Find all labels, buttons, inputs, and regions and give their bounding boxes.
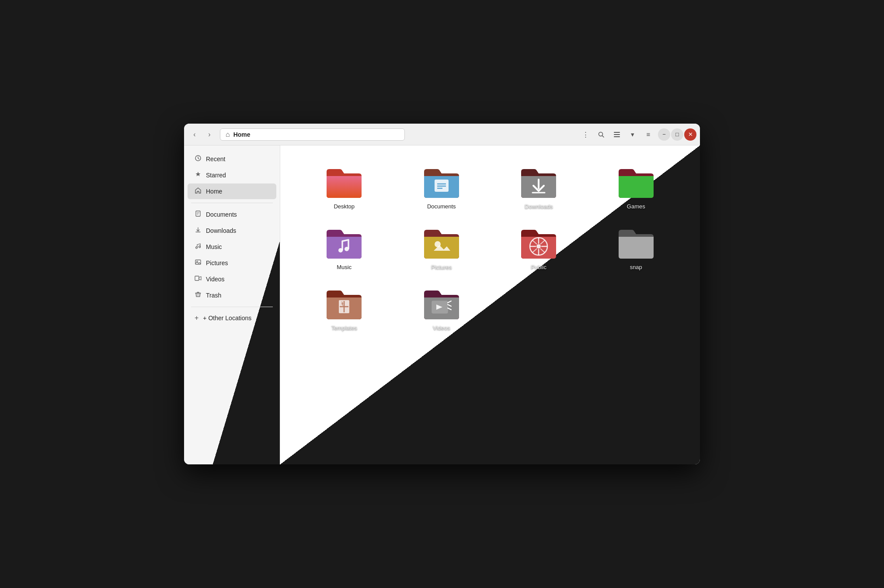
close-button[interactable]: ✕ (684, 128, 696, 141)
nav-buttons: ‹ › (188, 128, 216, 142)
folder-label-snap: snap (630, 264, 642, 270)
svg-rect-2 (614, 132, 620, 133)
folder-icon-downloads (518, 164, 560, 200)
svg-line-1 (602, 135, 604, 137)
folder-label-games: Games (627, 203, 645, 210)
sidebar-item-recent[interactable]: Recent (188, 151, 276, 167)
folders-grid: Desktop Documents (280, 145, 700, 349)
sidebar-label-music: Music (206, 243, 222, 250)
videos-icon (195, 275, 202, 284)
svg-rect-12 (195, 260, 201, 264)
svg-point-10 (196, 247, 198, 249)
folder-icon-videos (421, 285, 463, 321)
sidebar-item-music[interactable]: Music (188, 239, 276, 255)
svg-point-26 (536, 244, 541, 249)
folder-icon-desktop (323, 164, 365, 200)
location-bar[interactable]: ⌂ Home (220, 128, 405, 141)
svg-point-22 (338, 248, 343, 252)
forward-button[interactable]: › (202, 128, 216, 142)
sidebar-item-downloads[interactable]: Downloads (188, 223, 276, 239)
pictures-icon (195, 259, 202, 267)
sidebar-label-other: + Other Locations (203, 315, 251, 322)
folder-icon-documents (421, 164, 463, 200)
downloads-icon (195, 226, 202, 235)
sidebar-label-recent: Recent (206, 156, 225, 163)
folder-item-music[interactable]: Music (298, 219, 391, 276)
sidebar-label-starred: Starred (206, 172, 226, 179)
sidebar: Recent Starred Home Documents (184, 145, 280, 464)
home-path-icon: ⌂ (226, 131, 230, 138)
folder-item-games[interactable]: Games (590, 159, 683, 215)
folder-label-downloads: Downloads (525, 203, 553, 210)
window-controls: − □ ✕ (658, 128, 696, 141)
folder-icon-snap (615, 225, 657, 260)
titlebar-actions: ⋮ ▾ ≡ (578, 128, 655, 142)
minimize-button[interactable]: − (658, 128, 670, 141)
titlebar: ‹ › ⌂ Home ⋮ ▾ ≡ (184, 124, 700, 145)
recent-icon (195, 155, 202, 163)
content-area: Recent Starred Home Documents (184, 145, 700, 464)
main-content: Desktop Documents (280, 145, 700, 464)
path-text: Home (233, 131, 251, 138)
folder-icon-templates (323, 285, 365, 321)
folder-label-desktop: Desktop (334, 203, 355, 210)
file-manager-window: ‹ › ⌂ Home ⋮ ▾ ≡ (184, 124, 700, 464)
options-button[interactable]: ≡ (641, 128, 655, 142)
view-toggle-button[interactable] (610, 128, 624, 142)
folder-label-videos: Videos (433, 325, 450, 331)
trash-icon (195, 291, 202, 300)
folder-label-documents: Documents (427, 203, 456, 210)
home-icon (195, 187, 202, 196)
sidebar-item-other-locations[interactable]: + + Other Locations (188, 311, 276, 325)
folder-item-public[interactable]: Public (492, 219, 585, 276)
folder-item-desktop[interactable]: Desktop (298, 159, 391, 215)
folder-item-documents[interactable]: Documents (395, 159, 488, 215)
folder-icon-music (323, 225, 365, 260)
menu-button[interactable]: ⋮ (578, 128, 592, 142)
sort-button[interactable]: ▾ (626, 128, 640, 142)
folder-item-snap[interactable]: snap (590, 219, 683, 276)
sidebar-label-downloads: Downloads (206, 227, 236, 234)
folder-icon-public (518, 225, 560, 260)
folder-label-templates: Templates (331, 325, 357, 331)
svg-point-11 (199, 246, 201, 248)
folder-icon-pictures (421, 225, 463, 260)
back-button[interactable]: ‹ (188, 128, 202, 142)
sidebar-item-trash[interactable]: Trash (188, 287, 276, 303)
sidebar-divider (191, 203, 273, 203)
folder-label-pictures: Pictures (431, 264, 452, 270)
folder-item-pictures[interactable]: Pictures (395, 219, 488, 276)
svg-rect-14 (195, 276, 199, 280)
star-icon (195, 171, 202, 180)
folder-item-templates[interactable]: Templates (298, 280, 391, 336)
folder-item-videos[interactable]: Videos (395, 280, 488, 336)
sidebar-item-videos[interactable]: Videos (188, 271, 276, 287)
sidebar-item-documents[interactable]: Documents (188, 207, 276, 222)
folder-label-public: Public (531, 264, 546, 270)
maximize-button[interactable]: □ (671, 128, 683, 141)
svg-rect-3 (614, 134, 620, 135)
documents-icon (195, 210, 202, 219)
sidebar-item-home[interactable]: Home (188, 183, 276, 199)
folder-label-music: Music (337, 264, 352, 270)
sidebar-label-videos: Videos (206, 276, 225, 283)
svg-rect-6 (196, 211, 200, 216)
svg-point-23 (345, 247, 349, 251)
sidebar-divider-2 (191, 307, 273, 307)
sidebar-item-starred[interactable]: Starred (188, 167, 276, 183)
folder-icon-games (615, 164, 657, 200)
search-button[interactable] (594, 128, 608, 142)
folder-item-downloads[interactable]: Downloads (492, 159, 585, 215)
sidebar-label-trash: Trash (206, 292, 221, 299)
sidebar-item-pictures[interactable]: Pictures (188, 255, 276, 271)
sidebar-label-home: Home (206, 188, 222, 195)
svg-rect-4 (614, 136, 620, 137)
plus-icon: + (195, 314, 198, 322)
music-icon (195, 242, 202, 251)
sidebar-label-documents: Documents (206, 211, 237, 218)
sidebar-label-pictures: Pictures (206, 259, 228, 266)
